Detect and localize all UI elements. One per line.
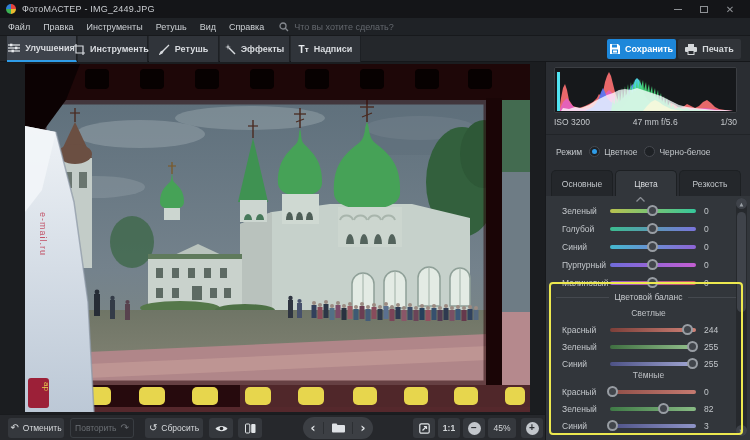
reset-icon: ↺ (149, 423, 157, 433)
redo-icon: ↷ (121, 423, 129, 433)
slider-dark-green: Зеленый 82 (546, 401, 750, 417)
slider-knob[interactable] (658, 403, 669, 414)
slider-knob[interactable] (687, 358, 698, 369)
mode-option-bw[interactable]: Черно-белое (644, 146, 710, 157)
color-balance-title: Цветовой баланс (556, 292, 741, 302)
menu-file[interactable]: Файл (8, 22, 30, 32)
tab-label: Улучшения (25, 43, 75, 53)
main-tab-bar: Улучшения Инструменты Ретушь Эффекты Tт … (0, 36, 750, 62)
slider-knob[interactable] (647, 223, 658, 234)
tab-enhancements[interactable]: Улучшения (7, 36, 77, 62)
slider-track[interactable] (610, 281, 696, 285)
print-button[interactable]: Печать (678, 39, 741, 59)
slider-knob[interactable] (687, 341, 698, 352)
tab-colors[interactable]: Цвета (615, 170, 677, 196)
close-button[interactable]: ✕ (724, 3, 736, 15)
slider-track[interactable] (610, 345, 696, 349)
slider-track[interactable] (610, 362, 696, 366)
photo-canvas[interactable]: e-mail.ru ар (0, 62, 545, 414)
slider-track[interactable] (610, 227, 696, 231)
tab-sharpness[interactable]: Резкость (679, 170, 741, 196)
search-box[interactable]: Что вы хотите сделать? (279, 22, 394, 32)
preview-original-button[interactable] (209, 418, 233, 438)
compare-pages-icon (245, 423, 256, 434)
menu-edit[interactable]: Правка (43, 22, 73, 32)
search-icon (279, 22, 289, 32)
histogram (554, 67, 737, 113)
search-placeholder: Что вы хотите сделать? (294, 22, 394, 32)
slider-knob[interactable] (607, 386, 618, 397)
slider-knob[interactable] (647, 241, 658, 252)
tab-basic[interactable]: Основные (551, 170, 613, 196)
tab-tools[interactable]: Инструменты (78, 36, 148, 62)
radio-selected-icon (589, 146, 600, 157)
tab-label: Ретушь (175, 44, 208, 54)
exif-bar: ISO 3200 47 mm f/5.6 1/30 (554, 117, 737, 127)
slider-green: Зеленый 0 (546, 203, 750, 219)
slider-track[interactable] (610, 328, 696, 332)
zoom-actual-button[interactable]: 1:1 (438, 418, 460, 438)
adjust-tabs: Основные Цвета Резкость (551, 170, 741, 196)
tab-captions[interactable]: Tт Надписи (291, 36, 361, 62)
undo-button[interactable]: ↶ Отменить (8, 418, 64, 438)
photo-nav-group: ‹ › (303, 417, 373, 439)
scrollbar-up-icon[interactable]: ▲ (736, 198, 747, 209)
slider-knob[interactable] (607, 420, 618, 431)
slider-track[interactable] (610, 263, 696, 267)
prev-photo-button[interactable]: ‹ (311, 422, 316, 434)
slider-knob[interactable] (647, 277, 658, 288)
fit-screen-icon (419, 423, 430, 434)
sliders-icon (8, 43, 20, 53)
slider-light-green: Зеленый 255 (546, 339, 750, 355)
scrollbar-down-icon[interactable]: ▼ (736, 425, 747, 436)
tab-retouch[interactable]: Ретушь (149, 36, 219, 62)
slider-track[interactable] (610, 209, 696, 213)
reset-label: Сбросить (161, 423, 199, 433)
app-window: ФотоМАСТЕР - IMG_2449.JPG ✕ Файл Правка … (0, 0, 750, 440)
folder-icon[interactable] (332, 423, 345, 433)
app-logo-icon (6, 4, 16, 14)
next-photo-button[interactable]: › (361, 422, 366, 434)
slider-purple: Пурпурный 0 (546, 257, 750, 273)
zoom-in-button[interactable]: + (521, 418, 543, 438)
slider-track[interactable] (610, 407, 696, 411)
redo-button[interactable]: Повторить ↷ (70, 418, 134, 438)
scroll-up-chevron[interactable] (636, 197, 645, 202)
photo-film-scan: e-mail.ru ар (0, 62, 545, 414)
slider-knob[interactable] (682, 324, 693, 335)
panel-scrollbar[interactable]: ▲ ▼ (736, 198, 747, 436)
plus-icon: + (526, 422, 539, 435)
reset-button[interactable]: ↺ Сбросить (145, 418, 203, 438)
mode-option-color[interactable]: Цветное (589, 146, 637, 157)
slider-track[interactable] (610, 424, 696, 428)
minimize-button[interactable] (672, 3, 684, 15)
tab-label: Надписи (314, 44, 353, 54)
menu-help[interactable]: Справка (229, 22, 264, 32)
slider-track[interactable] (610, 245, 696, 249)
menu-view[interactable]: Вид (200, 22, 216, 32)
radio-unselected-icon (644, 146, 655, 157)
tab-effects[interactable]: Эффекты (220, 36, 290, 62)
menu-retouch[interactable]: Ретушь (156, 22, 187, 32)
undo-label: Отменить (23, 423, 62, 433)
brush-icon (159, 44, 170, 55)
zoom-out-button[interactable]: − (463, 418, 485, 438)
menu-tools[interactable]: Инструменты (87, 22, 143, 32)
slider-dark-red: Красный 0 (546, 384, 750, 400)
maximize-button[interactable] (698, 3, 710, 15)
magic-wand-icon (225, 44, 236, 55)
slider-knob[interactable] (647, 205, 658, 216)
slider-dark-blue: Синий 3 (546, 418, 750, 434)
scrollbar-thumb[interactable] (737, 212, 746, 312)
before-after-button[interactable] (238, 418, 262, 438)
fit-screen-button[interactable] (413, 418, 435, 438)
save-button[interactable]: Сохранить (607, 39, 676, 59)
text-icon: Tт (299, 44, 309, 55)
window-title: ФотоМАСТЕР - IMG_2449.JPG (22, 4, 155, 14)
slider-light-red: Красный 244 (546, 322, 750, 338)
slider-knob[interactable] (647, 259, 658, 270)
slider-track[interactable] (610, 390, 696, 394)
tab-label: Инструменты (90, 44, 151, 54)
zoom-level[interactable]: 45% (488, 418, 516, 438)
zoom-actual-label: 1:1 (443, 423, 455, 433)
